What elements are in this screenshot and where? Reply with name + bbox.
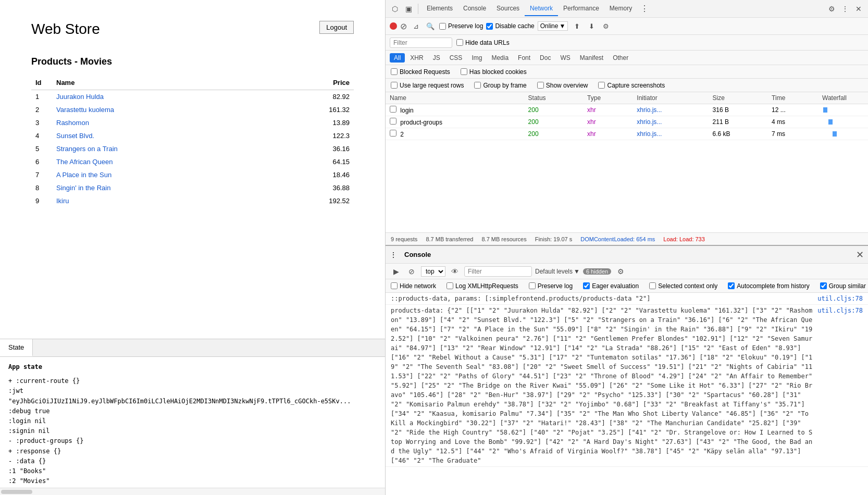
cursor-icon[interactable]: ⬡	[389, 3, 401, 15]
req-checkbox[interactable]	[390, 106, 396, 113]
col-time[interactable]: Time	[767, 92, 818, 104]
type-filter-other[interactable]: Other	[609, 53, 633, 63]
console-source-link[interactable]: util.cljs:78	[817, 306, 863, 465]
settings-icon[interactable]: ⚙	[825, 3, 838, 15]
export-icon[interactable]: ⬇	[586, 20, 597, 32]
product-link[interactable]: Juurakon Hulda	[56, 93, 104, 101]
product-link[interactable]: A Place in the Sun	[56, 171, 111, 179]
large-rows-input[interactable]	[391, 82, 398, 89]
blocked-requests-input[interactable]	[391, 68, 398, 75]
web-scrollbar[interactable]	[0, 488, 385, 495]
network-row[interactable]: product-groups 200 xhr xhrio.js... 211 B…	[386, 116, 868, 128]
more-tabs-btn[interactable]: ⋮	[638, 3, 651, 15]
product-link[interactable]: Singin' in the Rain	[56, 184, 110, 192]
scrollbar-thumb[interactable]	[1, 490, 32, 494]
col-initiator[interactable]: Initiator	[633, 92, 708, 104]
col-size[interactable]: Size	[709, 92, 768, 104]
has-blocked-cookies-input[interactable]	[461, 68, 467, 75]
type-filter-xhr[interactable]: XHR	[406, 53, 427, 63]
group-similar-checkbox[interactable]: Group similar	[820, 282, 866, 290]
large-rows-checkbox[interactable]: Use large request rows	[391, 82, 464, 89]
tab-memory[interactable]: Memory	[604, 2, 637, 16]
type-filter-img[interactable]: Img	[467, 53, 486, 63]
tab-performance[interactable]: Performance	[558, 2, 604, 16]
filter-input[interactable]	[390, 38, 452, 48]
has-blocked-cookies-checkbox[interactable]: Has blocked cookies	[461, 68, 527, 76]
network-row[interactable]: 2 200 xhr xhrio.js... 6.6 kB 7 ms	[386, 128, 868, 140]
log-xmlhttp-checkbox[interactable]: Log XMLHttpRequests	[447, 282, 518, 290]
default-levels-btn[interactable]: Default levels ▼	[535, 268, 580, 275]
import-icon[interactable]: ⬆	[571, 20, 582, 32]
console-eye-icon[interactable]: 👁	[449, 265, 461, 278]
settings-small-icon[interactable]: ⚙	[600, 20, 612, 32]
close-devtools-btn[interactable]: ✕	[852, 3, 865, 15]
eager-eval-input[interactable]	[583, 282, 590, 289]
hide-data-urls-input[interactable]	[456, 39, 463, 46]
type-filter-doc[interactable]: Doc	[536, 53, 555, 63]
col-waterfall[interactable]: Waterfall	[818, 92, 868, 104]
console-run-icon[interactable]: ▶	[390, 265, 402, 278]
hide-network-checkbox[interactable]: Hide network	[391, 282, 436, 290]
search-icon[interactable]: 🔍	[425, 20, 436, 32]
capture-screenshots-checkbox[interactable]: Capture screenshots	[598, 82, 665, 89]
console-tab-label[interactable]: Console	[400, 251, 435, 258]
col-status[interactable]: Status	[524, 92, 584, 104]
type-filter-manifest[interactable]: Manifest	[576, 53, 607, 63]
more-options-icon[interactable]: ⋮	[839, 3, 851, 15]
filter-icon[interactable]: ⊿	[410, 20, 421, 32]
initiator-link[interactable]: xhrio.js...	[637, 130, 662, 138]
console-preserve-log-checkbox[interactable]: Preserve log	[529, 282, 573, 290]
state-tab[interactable]: State	[0, 339, 33, 356]
col-type[interactable]: Type	[583, 92, 633, 104]
type-filter-font[interactable]: Font	[514, 53, 535, 63]
initiator-link[interactable]: xhrio.js...	[637, 118, 662, 126]
show-overview-input[interactable]	[537, 82, 544, 89]
disable-cache-checkbox[interactable]: Disable cache	[486, 22, 534, 30]
type-filter-css[interactable]: CSS	[445, 53, 467, 63]
console-stop-icon[interactable]: ⊘	[405, 265, 418, 278]
product-link[interactable]: Varastettu kuolema	[56, 106, 114, 114]
context-selector[interactable]: top	[421, 266, 445, 277]
tab-network[interactable]: Network	[525, 2, 558, 16]
product-link[interactable]: Ikiru	[56, 197, 69, 205]
tab-sources[interactable]: Sources	[491, 2, 525, 16]
product-link[interactable]: Sunset Blvd.	[56, 132, 94, 140]
console-source-link[interactable]: util.cljs:78	[817, 294, 863, 303]
preserve-log-checkbox[interactable]: Preserve log	[439, 22, 483, 30]
autocomplete-history-checkbox[interactable]: Autocomplete from history	[728, 282, 809, 290]
tab-console[interactable]: Console	[458, 2, 491, 16]
console-settings-icon[interactable]: ⚙	[614, 265, 627, 278]
device-icon[interactable]: ▣	[402, 3, 415, 15]
show-overview-checkbox[interactable]: Show overview	[537, 82, 588, 89]
disable-cache-input[interactable]	[486, 23, 493, 30]
tab-elements[interactable]: Elements	[421, 2, 458, 16]
logout-button[interactable]: Logout	[319, 21, 354, 34]
blocked-requests-checkbox[interactable]: Blocked Requests	[391, 68, 450, 76]
drag-handle-icon[interactable]: ⋮	[390, 251, 397, 259]
hide-data-urls-checkbox[interactable]: Hide data URLs	[456, 39, 510, 46]
type-filter-js[interactable]: JS	[429, 53, 444, 63]
selected-context-input[interactable]	[649, 282, 656, 289]
group-by-frame-checkbox[interactable]: Group by frame	[474, 82, 526, 89]
preserve-log-input[interactable]	[439, 23, 446, 30]
network-row[interactable]: login 200 xhr xhrio.js... 316 B 12 ...	[386, 104, 868, 116]
selected-context-checkbox[interactable]: Selected context only	[649, 282, 717, 290]
col-name[interactable]: Name	[386, 92, 524, 104]
req-checkbox[interactable]	[390, 130, 396, 137]
group-by-frame-input[interactable]	[474, 82, 481, 89]
req-checkbox[interactable]	[390, 118, 396, 125]
close-console-btn[interactable]: ✕	[856, 250, 864, 259]
product-link[interactable]: Rashomon	[56, 119, 89, 127]
eager-eval-checkbox[interactable]: Eager evaluation	[583, 282, 639, 290]
hide-network-input[interactable]	[391, 282, 398, 289]
record-btn[interactable]	[390, 22, 397, 30]
log-xmlhttp-input[interactable]	[447, 282, 453, 289]
stop-btn[interactable]: ⊘	[400, 21, 407, 31]
console-filter-input[interactable]	[464, 266, 532, 277]
autocomplete-history-input[interactable]	[728, 282, 735, 289]
product-link[interactable]: Strangers on a Train	[56, 145, 118, 153]
group-similar-input[interactable]	[820, 282, 827, 289]
capture-screenshots-input[interactable]	[598, 82, 605, 89]
online-select[interactable]: Online ▼	[538, 21, 568, 31]
console-preserve-log-input[interactable]	[529, 282, 536, 289]
